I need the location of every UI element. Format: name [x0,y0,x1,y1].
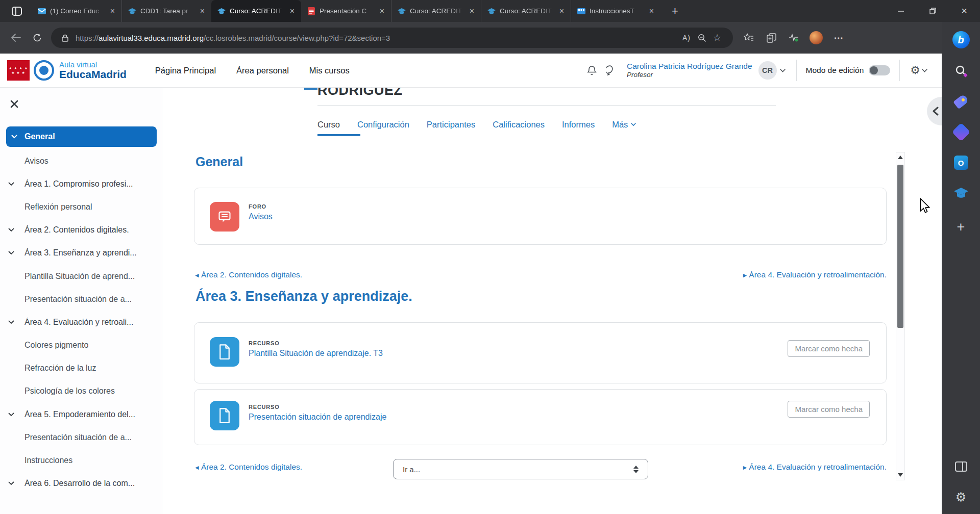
sidebar-item-reflexion[interactable]: Reflexión personal [0,195,162,218]
tab-title: InstruccionesT [590,7,643,15]
browser-essentials-icon[interactable] [785,29,802,46]
chevron-down-icon[interactable] [8,320,14,324]
course-content: RODRÍGUEZ Curso Configuración Participan… [162,88,942,514]
next-section-link[interactable]: ►Área 4. Evaluación y retroalimentación. [742,462,887,472]
favorites-bar-icon[interactable] [740,29,757,46]
sidebar-item-area5[interactable]: Área 5. Empoderamiento del... [0,403,162,426]
sidebar-item-avisos[interactable]: Avisos [0,149,162,172]
nav-area-personal[interactable]: Área personal [236,66,289,75]
microsoft-365-icon[interactable] [952,123,970,141]
new-tab-button[interactable]: + [668,5,682,18]
tab-mail[interactable]: (1) Correo Educ × [32,0,121,22]
prev-section-link[interactable]: ◄Área 2. Contenidos digitales. [194,462,302,472]
add-sidebar-item-icon[interactable]: + [952,218,970,236]
window-minimize-button[interactable] [885,0,917,22]
settings-gear-icon[interactable]: ⚙ [910,64,920,77]
sidebar-item-area6[interactable]: Área 6. Desarrollo de la com... [0,472,162,495]
next-section-link[interactable]: ►Área 4. Evaluación y retroalimentación. [742,270,887,279]
shopping-icon[interactable] [952,92,970,111]
back-icon[interactable] [7,29,24,46]
chevron-down-icon[interactable] [8,182,14,186]
user-avatar[interactable]: CR [758,61,777,80]
tab-close-icon[interactable]: × [287,6,297,16]
tab-close-icon[interactable]: × [467,6,477,16]
sidebar-item-colores[interactable]: Colores pigmento [0,334,162,357]
sidebar-item-general[interactable]: General [6,126,157,147]
sidebar-item-presentacion-a3[interactable]: Presentación situación de a... [0,288,162,311]
tab-participantes[interactable]: Participantes [427,120,475,130]
sidebar-item-plantilla[interactable]: Plantilla Situación de aprend... [0,265,162,288]
sidebar-panel-icon[interactable] [952,457,970,476]
tab-close-icon[interactable]: × [647,6,656,16]
tab-close-icon[interactable]: × [557,6,567,16]
outlook-icon[interactable]: O [952,153,970,172]
chevron-down-icon[interactable] [8,228,14,232]
close-drawer-icon[interactable] [10,100,19,109]
zoom-out-icon[interactable] [694,30,709,45]
window-restore-button[interactable] [917,0,948,22]
activity-link-plantilla[interactable]: Plantilla Situación de aprendizaje. T3 [249,349,383,358]
read-aloud-icon[interactable]: A) [679,30,694,45]
sidebar-item-area2[interactable]: Área 2. Contenidos digitales. [0,219,162,242]
tab-curso[interactable]: Curso [317,120,340,130]
jump-to-select[interactable]: Ir a... [393,459,648,479]
notifications-bell-icon[interactable] [586,64,598,76]
bing-chat-icon[interactable]: b [952,31,970,49]
nav-mis-cursos[interactable]: Mis cursos [309,66,350,75]
favorite-star-icon[interactable]: ☆ [709,30,725,45]
tab-close-icon[interactable]: × [198,6,207,16]
user-name-link[interactable]: Carolina Patricia Rodríguez Grande [627,62,752,71]
chevron-down-icon [631,123,636,126]
refresh-icon[interactable] [29,29,46,46]
settings-chevron-icon[interactable] [920,64,928,76]
content-scrollbar-thumb[interactable] [897,165,903,328]
education-icon[interactable] [952,184,970,202]
chevron-down-icon[interactable] [8,251,14,255]
sidebar-item-area3[interactable]: Área 3. Enseñanza y aprendi... [0,242,162,265]
tab-course-active[interactable]: Curso: ACREDIT × [211,0,301,22]
educamadrid-brand[interactable]: ★ ★ ★ ★★ ★ ★ Aula virtual EducaMadrid [7,60,127,81]
activity-link-avisos[interactable]: Avisos [249,212,273,221]
tab-calificaciones[interactable]: Calificaciones [493,120,545,130]
sidebar-item-psicologia[interactable]: Psicología de los colores [0,380,162,403]
scroll-up-icon[interactable] [898,156,903,159]
sidebar-item-presentacion-a5[interactable]: Presentación situación de a... [0,426,162,449]
clipped-element [304,88,317,90]
edit-mode-toggle[interactable] [869,65,890,75]
messages-icon[interactable] [605,64,618,76]
settings-more-icon[interactable]: ⋯ [830,29,847,46]
scroll-down-icon[interactable] [898,473,903,477]
tab-close-icon[interactable]: × [377,6,387,16]
sidebar-item-area4[interactable]: Área 4. Evaluación y retroali... [0,311,162,333]
sidebar-item-refraccion[interactable]: Refracción de la luz [0,357,162,380]
profile-avatar[interactable] [807,29,825,46]
prev-section-link[interactable]: ◄Área 2. Contenidos digitales. [194,270,302,279]
workspaces-icon[interactable] [9,5,24,18]
address-bar[interactable]: https://aulavirtual33.educa.madrid.org/c… [51,28,733,48]
tab-moodle-1[interactable]: CDD1: Tarea pr × [121,0,211,22]
tab-moodle-3[interactable]: Curso: ACREDIT × [481,0,571,22]
tab-pdf[interactable]: Presentación C × [301,0,391,22]
user-menu-chevron-icon[interactable] [779,64,787,76]
content-scrollbar[interactable] [896,152,905,480]
tab-mas[interactable]: Más [612,120,636,130]
mark-done-button[interactable]: Marcar como hecha [788,340,870,357]
sidebar-search-icon[interactable] [952,62,970,80]
sidebar-settings-gear-icon[interactable]: ⚙ [952,488,970,506]
tab-configuracion[interactable]: Configuración [357,120,409,130]
tab-informes[interactable]: Informes [562,120,595,130]
chevron-down-icon[interactable] [11,135,17,139]
window-close-button[interactable]: × [948,0,980,22]
sidebar-item-area1[interactable]: Área 1. Compromiso profesi... [0,172,162,195]
sidebar-item-instrucciones[interactable]: Instrucciones [0,449,162,472]
lock-icon[interactable] [59,30,70,45]
chevron-down-icon[interactable] [8,481,14,485]
mark-done-button[interactable]: Marcar como hecha [788,401,870,418]
collections-icon[interactable] [763,29,780,46]
nav-pagina-principal[interactable]: Página Principal [155,66,216,75]
tab-instrucciones[interactable]: InstruccionesT × [571,0,660,22]
tab-moodle-2[interactable]: Curso: ACREDIT × [391,0,481,22]
chevron-down-icon[interactable] [8,413,14,417]
activity-link-presentacion[interactable]: Presentación situación de aprendizaje [249,413,386,422]
tab-close-icon[interactable]: × [108,6,117,16]
